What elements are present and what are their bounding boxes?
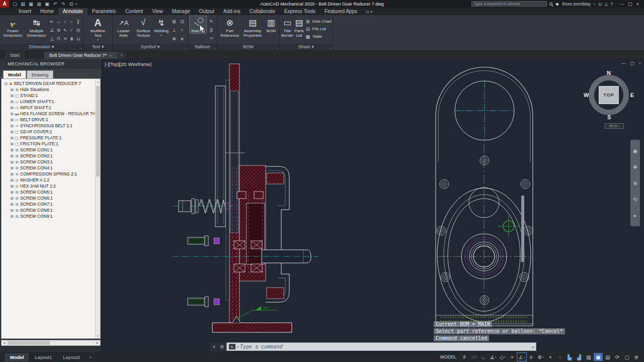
ribbon-tab-output[interactable]: Output [195, 8, 219, 15]
expand-icon[interactable]: ⊞ [10, 202, 14, 207]
layout-tab-layout2[interactable]: Layout2 [58, 353, 85, 361]
ribbon-tab-manage[interactable]: Manage [168, 8, 195, 15]
viewport-restore-icon[interactable]: ▢ [630, 61, 634, 66]
tree-item[interactable]: ⊞▢PRESSURE PLATE:1 [4, 135, 100, 141]
ribbon-tab-insert[interactable]: Insert [14, 8, 36, 15]
model-space-badge[interactable]: MODEL [440, 354, 456, 359]
tree-vertical-scrollbar[interactable]: ▴ ▾ [95, 79, 100, 338]
expand-icon[interactable]: ⊞ [10, 94, 14, 98]
navigation-bar[interactable]: ◉ ✥ ⊕ ⟲ ▸ [630, 140, 640, 226]
expand-icon[interactable]: ⊞ [10, 124, 14, 128]
dialog-launcher-icon[interactable]: ⌟ [277, 46, 278, 50]
dialog-launcher-icon[interactable]: ⌟ [214, 46, 216, 50]
expand-icon[interactable]: ⊞ [10, 184, 14, 189]
expand-icon[interactable]: ⊞ [10, 112, 14, 116]
tree-item[interactable]: ⊞⊞SCREW CON2:1 [4, 153, 100, 159]
command-customize-icon[interactable]: ⚙ [220, 344, 224, 349]
dimension-tool-icon[interactable]: ⌐ [68, 17, 75, 26]
power-dimension-button[interactable]: ↔ Power Dimension [2, 16, 24, 38]
dimension-tool-icon[interactable]: ⋕ [68, 34, 75, 43]
expand-icon[interactable]: ⊞ [10, 130, 14, 134]
dimension-tool-icon[interactable]: ≍ [62, 34, 68, 43]
expand-icon[interactable]: ⊞ [10, 136, 14, 140]
viewcube-top-face[interactable]: TOP [599, 86, 619, 104]
dimension-tool-icon[interactable]: ∠ [49, 26, 55, 34]
annotation-autoscale-icon[interactable]: ▟ [575, 353, 584, 361]
dimension-tool-icon[interactable]: ↔ [55, 17, 62, 26]
osnap-icon[interactable]: ∠▾ [517, 353, 526, 361]
symbol-tool-icon[interactable]: ⊥ [170, 26, 178, 34]
symbol-tool-icon[interactable]: + [178, 26, 186, 34]
expand-icon[interactable]: ⊞ [10, 166, 14, 170]
panel-label-text[interactable]: Text▾ [84, 43, 112, 50]
ortho-icon[interactable]: ∟ [479, 353, 488, 361]
balloon-tool-icon[interactable]: ✎ [207, 17, 215, 26]
tree-item[interactable]: ⊞⊞SCREW CON3:1 [4, 159, 100, 165]
command-close-icon[interactable]: × [213, 344, 215, 349]
browser-title-bar[interactable]: ⋮ MECHANICAL BROWSER [0, 59, 102, 69]
ribbon-tab-collaborate[interactable]: Collaborate [245, 8, 280, 15]
full-navigation-wheel-icon[interactable]: ◉ [633, 148, 637, 154]
compass-east[interactable]: E [630, 92, 634, 98]
dimension-tool-icon[interactable]: ∥ [75, 17, 82, 26]
tree-item[interactable]: ⊞▢STAND:1 [4, 93, 100, 99]
welding-button[interactable]: ↯ Welding ▾ [153, 16, 169, 37]
tree-item[interactable]: ⊞⊞SCREW CON8:1 [4, 207, 100, 213]
viewcube[interactable]: N W E S TOP [585, 71, 633, 119]
customization-icon[interactable]: ≣ [632, 353, 641, 361]
tree-item[interactable]: ⊞▬HEX FLANGE SCREW - REGULAR THREAD [4, 111, 100, 117]
hardware-accel-icon[interactable]: ⟳ [613, 353, 622, 361]
tree-item[interactable]: ⊞▭INPUT SHAFT:1 [4, 105, 100, 111]
tree-root-item[interactable]: ⊟ABELT DRIVEN GEAR REDUCER 7 [4, 80, 100, 86]
tree-item[interactable]: ⊞▭LOWER SHAFT:1 [4, 99, 100, 105]
orbit-icon[interactable]: ⟲ [633, 197, 637, 202]
dialog-launcher-icon[interactable]: ⌟ [185, 46, 187, 50]
file-tab-drawing[interactable]: Belt Driven Gear Reducer 7*× [44, 52, 117, 59]
expand-icon[interactable]: ⊞ [10, 178, 14, 183]
panel-label-symbol[interactable]: Symbol▾⌟ [113, 43, 188, 50]
scroll-down-icon[interactable]: ▾ [96, 333, 101, 338]
tree-item[interactable]: ⊞⊞SCREW CON5:1 [4, 189, 100, 195]
browser-tab-drawing[interactable]: Drawing [27, 70, 53, 78]
app-store-icon[interactable]: ⊔ [598, 2, 602, 7]
wcs-menu[interactable]: WCS▾ [605, 123, 624, 129]
tree-item[interactable]: ⊞⊞SCREW CON7:1 [4, 201, 100, 207]
expand-icon[interactable]: ⊞ [10, 214, 14, 219]
save-icon[interactable]: ▦ [27, 1, 35, 7]
expand-icon[interactable]: ⊞ [10, 190, 14, 195]
close-button[interactable]: × [636, 2, 639, 7]
expand-icon[interactable]: ⊞ [10, 196, 14, 201]
tree-item[interactable]: ⊞◎HEX JAM NUT 1:2 [4, 183, 100, 189]
expand-icon[interactable]: ⊞ [10, 142, 14, 146]
tree-item[interactable]: ⊞∞SYNCHRONOUS BELT 1:1 [4, 123, 100, 129]
crosshair-icon[interactable]: + [546, 353, 555, 361]
tree-item[interactable]: ⊞⊞SCREW CON9:1 [4, 213, 100, 219]
sheet-button-fits-list[interactable]: ⊟Fits List [305, 25, 332, 33]
ribbon-tab-home[interactable]: Home [36, 8, 58, 15]
annotation-scale-icon[interactable]: ▨ [584, 353, 593, 361]
compass-south[interactable]: S [607, 114, 611, 120]
layout-tab-model[interactable]: Model [5, 353, 29, 361]
scroll-right-icon[interactable]: ▸ [95, 341, 100, 345]
command-input[interactable]: ▸ ▾ Type a command ▴ [226, 342, 536, 351]
expand-icon[interactable]: ⊞ [10, 106, 14, 110]
grid-icon[interactable]: # [460, 353, 469, 361]
app-menu-button[interactable]: A [0, 0, 9, 8]
isodraft-icon[interactable]: ◇▾ [498, 353, 507, 361]
snap-icon[interactable]: ∷▾ [469, 353, 478, 361]
help-search-input[interactable]: Type a keyword or phrase [471, 1, 547, 7]
symbol-tool-icon[interactable]: ⊕ [170, 34, 178, 43]
dimension-tool-icon[interactable]: ↕ [62, 17, 68, 26]
expand-icon[interactable]: ⊞ [10, 208, 14, 213]
ribbon-tab-content[interactable]: Content [121, 8, 147, 15]
title-border-button[interactable]: ▭ Title Border [281, 16, 293, 38]
surface-texture-button[interactable]: √ Surface Texture [134, 16, 152, 38]
lineweight-icon[interactable]: ≡ [527, 353, 536, 361]
drawing-viewport[interactable]: [-][Top][2D Wireframe] — ▢ × [102, 59, 644, 352]
panel-label-dimension[interactable]: Dimension▾⌟ [0, 43, 83, 50]
annotation-visibility-icon[interactable]: ▙ [565, 353, 574, 361]
ribbon-tab-parametric[interactable]: Parametric [88, 8, 121, 15]
sheet-button-hole-chart[interactable]: ⊞Hole Chart [305, 18, 332, 25]
expand-icon[interactable]: ⊞ [10, 160, 14, 164]
balloon-tool-icon[interactable]: β [207, 26, 215, 34]
